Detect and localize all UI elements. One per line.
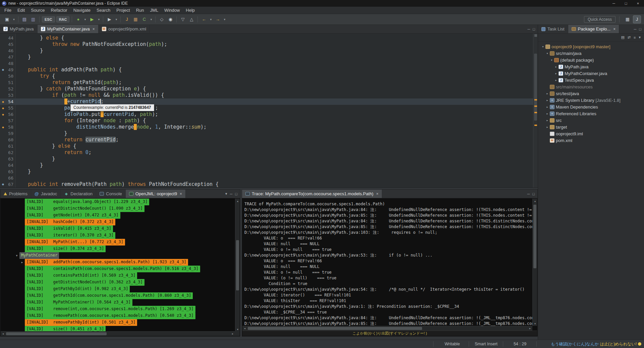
code-line-47[interactable]: 47 }: [0, 54, 533, 60]
scrollbar-thumb[interactable]: [534, 54, 537, 121]
menu-navigate[interactable]: Navigate: [70, 7, 94, 14]
code-line-59[interactable]: 59 }: [0, 130, 533, 137]
view-menu-icon[interactable]: ▾: [225, 192, 227, 196]
minimize-view-icon[interactable]: ─: [230, 192, 233, 196]
tab-ooproject9-pom-xml[interactable]: Mooproject9/pom.xml: [99, 25, 150, 33]
scroll-up-icon[interactable]: ▴: [235, 199, 240, 203]
tree-item-default-package[interactable]: ▾(default package): [538, 57, 644, 63]
filters-icon[interactable]: ≡: [634, 36, 636, 40]
diamond-marker-icon[interactable]: ◆: [0, 111, 6, 118]
scroll-right-icon[interactable]: ▸: [230, 332, 235, 336]
back-dropdown-icon[interactable]: ▾: [209, 15, 213, 23]
tree-item-pom-xml[interactable]: Mpom.xml: [538, 137, 644, 144]
next-annotation-icon[interactable]: ▽: [179, 15, 187, 23]
minimize-window-button[interactable]: ─: [608, 0, 620, 7]
jml-rac-button[interactable]: RAC: [56, 16, 70, 22]
method-result-row[interactable]: [VALID] getNode(int) [0.472 z3_4_3]: [1, 212, 235, 219]
code-line-51[interactable]: 51 return getPathId(path);: [0, 79, 533, 86]
console-vscrollbar[interactable]: ▴ ▾: [235, 199, 240, 332]
menu-project[interactable]: Project: [113, 7, 133, 14]
tab-mypath-java[interactable]: JMyPath.java: [0, 25, 38, 33]
diamond-marker-icon[interactable]: ◆: [0, 98, 6, 105]
tab-problems[interactable]: Problems: [0, 190, 31, 198]
back-icon[interactable]: ←: [200, 15, 208, 23]
menu-refactor[interactable]: Refactor: [48, 7, 70, 14]
tree-expander-icon[interactable]: ▸: [545, 119, 549, 122]
tree-item-src-main-resources[interactable]: src/main/resources: [538, 83, 644, 90]
method-result-row[interactable]: [INVALID] removePathById(int) [0.501 z3_…: [1, 319, 235, 326]
method-result-row[interactable]: [VALID] getDistinctNodeCount() [1.090 z3…: [1, 205, 235, 212]
menu-file[interactable]: File: [1, 7, 14, 14]
scrollbar-thumb[interactable]: [236, 240, 239, 290]
tree-expander-icon[interactable]: ▾: [541, 45, 545, 48]
code-line-46[interactable]: 46 }: [0, 48, 533, 54]
search-icon[interactable]: ◉: [166, 15, 174, 23]
tree-expander-icon[interactable]: ▸: [554, 72, 558, 75]
diamond-marker-icon[interactable]: ◆: [0, 124, 6, 130]
method-result-row[interactable]: [VALID] MyPathContainer() [0.564 z3_4_3]: [1, 299, 235, 306]
menu-edit[interactable]: Edit: [14, 7, 28, 14]
forward-icon[interactable]: →: [214, 15, 222, 23]
new-package-icon[interactable]: ▦: [131, 15, 139, 23]
close-window-button[interactable]: ×: [632, 0, 644, 7]
warning-tick[interactable]: [534, 99, 537, 100]
external-tools-icon[interactable]: ▶: [105, 15, 113, 23]
warning-tick[interactable]: [534, 112, 537, 113]
method-result-row[interactable]: [VALID] getDistinctNodeCount() [0.362 z3…: [1, 279, 235, 286]
code-line-65[interactable]: 65 }: [0, 168, 533, 175]
minimize-view-icon[interactable]: ─: [528, 27, 530, 31]
tree-item-mypath-java[interactable]: ▸JMyPath.java: [538, 63, 644, 70]
method-result-row[interactable]: [VALID] getPathById(int) [0.982 z3_4_3]: [1, 286, 235, 292]
tree-item-jre-system-library[interactable]: ▸≡JRE System Library [JavaSE-1.8]: [538, 97, 644, 103]
tree-expander-icon[interactable]: ▸: [545, 126, 549, 129]
scroll-right-icon[interactable]: ▸: [528, 326, 532, 331]
debug-icon[interactable]: ●: [74, 15, 82, 23]
tree-item-referenced-libraries[interactable]: ▸≡Referenced Libraries: [538, 110, 644, 117]
tree-expander-icon[interactable]: ▸: [545, 112, 549, 115]
tree-expander-icon[interactable]: ▸: [545, 99, 549, 102]
new-java-project-icon[interactable]: J: [123, 15, 131, 23]
close-tab-icon[interactable]: ×: [93, 27, 95, 31]
scrollbar-thumb[interactable]: [533, 205, 536, 268]
result-expander-icon[interactable]: ▾: [14, 254, 19, 257]
code-line-62[interactable]: 62 return 0;: [0, 149, 533, 156]
view-menu-icon[interactable]: ▾: [639, 35, 641, 40]
tab-mypathcontainer-java[interactable]: JMyPathContainer.java×: [38, 25, 99, 33]
close-tab-icon[interactable]: ×: [613, 27, 616, 31]
code-line-48[interactable]: 48: [0, 60, 533, 67]
code-line-60[interactable]: 60 return currentPid;: [0, 137, 533, 143]
warning-tick[interactable]: [534, 106, 537, 107]
tree-item-ooproject9-iml[interactable]: ooproject9.iml: [538, 130, 644, 137]
maximize-view-icon[interactable]: □: [235, 192, 237, 196]
save-icon[interactable]: ▤: [20, 15, 28, 23]
tree-item-mypathcontainer-java[interactable]: ▸JMyPathContainer.java: [538, 70, 644, 77]
scroll-left-icon[interactable]: ◂: [242, 326, 247, 331]
method-result-row[interactable]: [VALID] containsPath(com.oocourse.specs1…: [1, 266, 235, 272]
tree-item-target[interactable]: ▸target: [538, 124, 644, 130]
method-result-row[interactable]: ▸[INVALID] addPath(com.oocourse.specs1.m…: [1, 259, 235, 266]
open-perspective-icon[interactable]: ▦: [624, 15, 632, 23]
code-line-61[interactable]: 61 } else {: [0, 143, 533, 149]
method-result-row[interactable]: [VALID] size() [0.451 z3_4_3]: [1, 326, 235, 332]
method-result-row[interactable]: [VALID] removePath(com.oocourse.specs1.m…: [1, 312, 235, 319]
code-line-44[interactable]: 44 } else {: [0, 35, 533, 41]
forward-dropdown-icon[interactable]: ▾: [222, 15, 227, 23]
circle-marker-icon[interactable]: ●: [0, 67, 6, 73]
scrollbar-thumb[interactable]: [6, 332, 107, 335]
minimize-view-icon[interactable]: ─: [527, 192, 530, 196]
menu-help[interactable]: Help: [183, 7, 198, 14]
tree-expander-icon[interactable]: ▸: [554, 65, 558, 68]
open-type-icon[interactable]: ◇: [158, 15, 166, 23]
scroll-up-icon[interactable]: ▴: [533, 199, 537, 203]
code-line-67[interactable]: ●67 public int removePath(Path path) thr…: [0, 181, 533, 188]
maximize-window-button[interactable]: □: [620, 0, 632, 7]
code-line-58[interactable]: ◆58 distinctNodes.merge(node, 1, Integer…: [0, 124, 533, 130]
new-element-dropdown-icon[interactable]: ▾: [149, 15, 153, 23]
class-result-row[interactable]: ▾MyPathContainer: [1, 252, 235, 259]
console-hscrollbar[interactable]: ◂ ▸: [1, 331, 235, 336]
method-result-row[interactable]: [VALID] remove(int,com.oocourse.specs1.m…: [1, 306, 235, 312]
maximize-view-icon[interactable]: □: [533, 27, 535, 31]
method-result-row[interactable]: [VALID] getPathId(com.oocourse.specs1.mo…: [1, 292, 235, 299]
tree-item-src-main-java[interactable]: ▾src/main/java: [538, 50, 644, 57]
trace-vscrollbar[interactable]: ▴ ▾: [532, 199, 537, 326]
